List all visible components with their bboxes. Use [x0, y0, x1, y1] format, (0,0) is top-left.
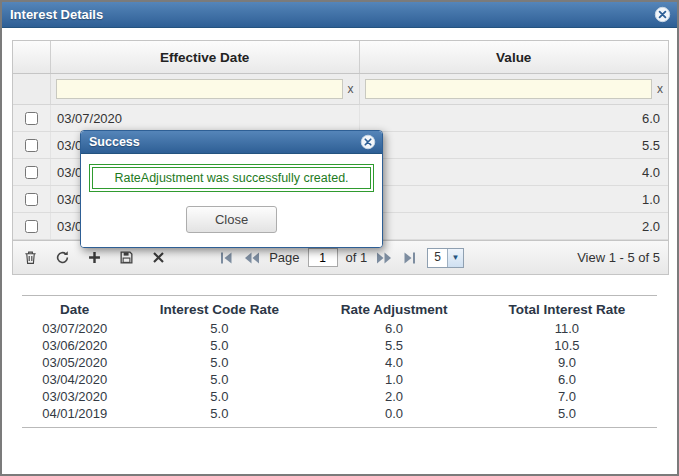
- prev-page-icon[interactable]: [243, 249, 261, 267]
- dialog-close-icon[interactable]: [654, 6, 671, 23]
- summary-cell: 5.5: [311, 337, 477, 354]
- filter-cell-effective-date: x: [51, 74, 360, 104]
- summary-cell: 0.0: [311, 405, 477, 428]
- dialog-titlebar: Interest Details: [2, 2, 677, 28]
- success-dialog: Success RateAdjustment was successfully …: [80, 130, 383, 248]
- cancel-icon[interactable]: [149, 249, 167, 267]
- grid-header-effective-date[interactable]: Effective Date: [51, 41, 360, 73]
- close-button[interactable]: Close: [186, 206, 277, 233]
- row-value: 6.0: [360, 105, 669, 131]
- summary-header: Interest Code Rate: [127, 296, 311, 321]
- row-checkbox[interactable]: [25, 220, 38, 233]
- summary-row: 03/07/2020 5.0 6.0 11.0: [22, 320, 657, 337]
- first-page-icon[interactable]: [217, 249, 235, 267]
- row-checkbox[interactable]: [25, 193, 38, 206]
- row-checkbox[interactable]: [25, 139, 38, 152]
- summary-cell: 1.0: [311, 371, 477, 388]
- page-label: Page: [269, 250, 299, 265]
- summary-row: 03/03/2020 5.0 2.0 7.0: [22, 388, 657, 405]
- pager-toolbar: [21, 249, 217, 267]
- row-value: 2.0: [360, 213, 669, 239]
- page-number-input[interactable]: [308, 248, 338, 267]
- effective-date-filter-input[interactable]: [56, 79, 343, 99]
- summary-cell: 5.0: [477, 405, 657, 428]
- summary-cell: 2.0: [311, 388, 477, 405]
- save-icon[interactable]: [117, 249, 135, 267]
- grid-filter-row: x x: [13, 74, 668, 105]
- filter-cell-select: [13, 74, 51, 104]
- row-effective-date: 03/07/2020: [51, 105, 360, 131]
- success-dialog-body: RateAdjustment was successfully created.…: [81, 154, 382, 247]
- summary-header: Total Interest Rate: [477, 296, 657, 321]
- summary-cell: 5.0: [127, 354, 311, 371]
- summary-cell: 5.0: [127, 388, 311, 405]
- last-page-icon[interactable]: [401, 249, 419, 267]
- chevron-down-icon: ▼: [447, 249, 463, 267]
- summary-cell: 5.0: [127, 405, 311, 428]
- summary-cell: 5.0: [127, 371, 311, 388]
- summary-cell: 03/07/2020: [22, 320, 127, 337]
- effective-date-filter-clear[interactable]: x: [348, 82, 354, 96]
- pager-nav: Page of 1 5 ▼: [217, 248, 464, 268]
- success-dialog-title: Success: [89, 135, 359, 149]
- interest-details-dialog: Interest Details Effective Date Value x: [0, 0, 679, 476]
- summary-cell: 9.0: [477, 354, 657, 371]
- summary-cell: 4.0: [311, 354, 477, 371]
- summary-cell: 04/01/2019: [22, 405, 127, 428]
- row-value: 1.0: [360, 186, 669, 212]
- row-checkbox-cell: [13, 159, 51, 185]
- summary-cell: 7.0: [477, 388, 657, 405]
- summary-cell: 10.5: [477, 337, 657, 354]
- interest-summary-table: Date Interest Code Rate Rate Adjustment …: [12, 295, 667, 428]
- page-size-value: 5: [428, 249, 447, 267]
- summary-header-row: Date Interest Code Rate Rate Adjustment …: [22, 296, 657, 321]
- row-checkbox-cell: [13, 132, 51, 158]
- summary-cell: 03/03/2020: [22, 388, 127, 405]
- summary-cell: 03/05/2020: [22, 354, 127, 371]
- success-message: RateAdjustment was successfully created.: [92, 167, 371, 189]
- next-page-icon[interactable]: [375, 249, 393, 267]
- summary-cell: 03/06/2020: [22, 337, 127, 354]
- grid-header-value[interactable]: Value: [360, 41, 669, 73]
- dialog-title: Interest Details: [10, 7, 654, 22]
- add-icon[interactable]: [85, 249, 103, 267]
- page-size-select[interactable]: 5 ▼: [427, 248, 464, 268]
- grid-header-row: Effective Date Value: [13, 41, 668, 74]
- filter-cell-value: x: [360, 74, 669, 104]
- row-checkbox[interactable]: [25, 166, 38, 179]
- refresh-icon[interactable]: [53, 249, 71, 267]
- view-range-text: View 1 - 5 of 5: [464, 250, 660, 265]
- summary-cell: 03/04/2020: [22, 371, 127, 388]
- summary-cell: 5.0: [127, 320, 311, 337]
- summary-header: Date: [22, 296, 127, 321]
- summary-row: 03/05/2020 5.0 4.0 9.0: [22, 354, 657, 371]
- summary-cell: 11.0: [477, 320, 657, 337]
- summary-row: 03/04/2020 5.0 1.0 6.0: [22, 371, 657, 388]
- row-value: 4.0: [360, 159, 669, 185]
- delete-icon[interactable]: [21, 249, 39, 267]
- row-checkbox-cell: [13, 213, 51, 239]
- summary-cell: 6.0: [477, 371, 657, 388]
- row-checkbox[interactable]: [25, 112, 38, 125]
- row-value: 5.5: [360, 132, 669, 158]
- summary-cell: 6.0: [311, 320, 477, 337]
- row-checkbox-cell: [13, 105, 51, 131]
- value-filter-clear[interactable]: x: [657, 82, 663, 96]
- row-checkbox-cell: [13, 186, 51, 212]
- summary-cell: 5.0: [127, 337, 311, 354]
- success-dialog-titlebar: Success: [81, 131, 382, 154]
- page-of-label: of 1: [346, 250, 368, 265]
- success-dialog-close-icon[interactable]: [359, 134, 376, 151]
- grid-header-select: [13, 41, 51, 73]
- summary-header: Rate Adjustment: [311, 296, 477, 321]
- summary-row: 03/06/2020 5.0 5.5 10.5: [22, 337, 657, 354]
- success-message-box: RateAdjustment was successfully created.: [89, 164, 374, 192]
- summary-row: 04/01/2019 5.0 0.0 5.0: [22, 405, 657, 428]
- table-row[interactable]: 03/07/2020 6.0: [13, 105, 668, 132]
- value-filter-input[interactable]: [365, 79, 653, 99]
